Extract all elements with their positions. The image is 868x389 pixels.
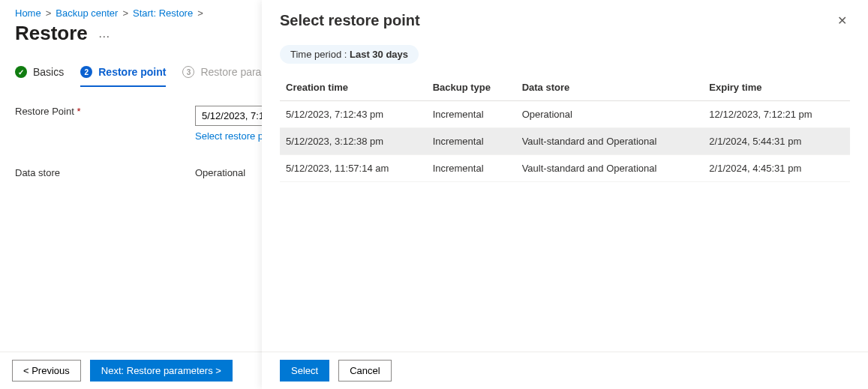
col-expiry-time[interactable]: Expiry time bbox=[703, 74, 850, 101]
previous-button[interactable]: < Previous bbox=[12, 360, 81, 382]
data-store-label: Data store bbox=[15, 167, 173, 178]
col-backup-type[interactable]: Backup type bbox=[427, 74, 516, 101]
cell-expiry: 12/12/2023, 7:12:21 pm bbox=[703, 101, 850, 128]
col-data-store[interactable]: Data store bbox=[516, 74, 704, 101]
step-restore-point[interactable]: 2 Restore point bbox=[80, 66, 166, 87]
cell-creation: 5/12/2023, 11:57:14 am bbox=[280, 155, 427, 182]
cell-store: Vault-standard and Operational bbox=[516, 128, 704, 155]
breadcrumb-backup-center[interactable]: Backup center bbox=[56, 7, 118, 19]
cell-type: Incremental bbox=[427, 155, 516, 182]
close-icon[interactable]: ✕ bbox=[834, 12, 850, 30]
step-number-icon: 3 bbox=[182, 66, 194, 78]
cell-creation: 5/12/2023, 3:12:38 pm bbox=[280, 128, 427, 155]
cell-creation: 5/12/2023, 7:12:43 pm bbox=[280, 101, 427, 128]
cell-store: Operational bbox=[516, 101, 704, 128]
restore-points-table: Creation time Backup type Data store Exp… bbox=[280, 74, 850, 182]
restore-point-label: Restore Point * bbox=[15, 106, 173, 117]
step-number-icon: 2 bbox=[80, 66, 92, 78]
pill-prefix: Time period : bbox=[290, 49, 350, 60]
cell-expiry: 2/1/2024, 5:44:31 pm bbox=[703, 128, 850, 155]
cell-type: Incremental bbox=[427, 128, 516, 155]
breadcrumb-home[interactable]: Home bbox=[15, 7, 41, 19]
required-asterisk: * bbox=[77, 106, 80, 117]
time-period-pill[interactable]: Time period : Last 30 days bbox=[280, 45, 419, 64]
page-title: Restore bbox=[15, 22, 88, 45]
select-button[interactable]: Select bbox=[280, 360, 329, 382]
chevron-right-icon: > bbox=[46, 7, 52, 19]
table-row[interactable]: 5/12/2023, 3:12:38 pmIncrementalVault-st… bbox=[280, 128, 850, 155]
pill-value: Last 30 days bbox=[350, 49, 408, 60]
cell-store: Vault-standard and Operational bbox=[516, 155, 704, 182]
check-icon: ✓ bbox=[15, 66, 27, 78]
more-actions-icon[interactable]: … bbox=[98, 27, 111, 40]
step-label: Restore point bbox=[98, 66, 166, 78]
cancel-button[interactable]: Cancel bbox=[338, 360, 391, 382]
chevron-right-icon: > bbox=[122, 7, 128, 19]
table-row[interactable]: 5/12/2023, 11:57:14 amIncrementalVault-s… bbox=[280, 155, 850, 182]
col-creation-time[interactable]: Creation time bbox=[280, 74, 427, 101]
cell-type: Incremental bbox=[427, 101, 516, 128]
step-basics[interactable]: ✓ Basics bbox=[15, 66, 64, 87]
next-button[interactable]: Next: Restore parameters > bbox=[90, 360, 233, 382]
step-label: Basics bbox=[33, 66, 64, 78]
select-restore-point-panel: Select restore point ✕ Time period : Las… bbox=[262, 0, 868, 389]
table-row[interactable]: 5/12/2023, 7:12:43 pmIncrementalOperatio… bbox=[280, 101, 850, 128]
chevron-right-icon: > bbox=[197, 7, 203, 19]
wizard-footer: < Previous Next: Restore parameters > bbox=[0, 352, 263, 389]
cell-expiry: 2/1/2024, 4:45:31 pm bbox=[703, 155, 850, 182]
flyout-title: Select restore point bbox=[280, 12, 420, 29]
breadcrumb-start-restore[interactable]: Start: Restore bbox=[133, 7, 193, 19]
